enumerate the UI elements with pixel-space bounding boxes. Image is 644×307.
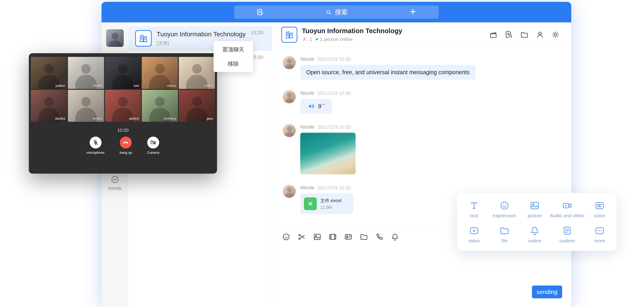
custom-message-icon (562, 226, 572, 236)
search-pill: 搜索 + (234, 5, 439, 19)
file-name: 文件.excel (320, 198, 342, 204)
message-meta: Nicole 2021/12/3 10:33 (300, 185, 353, 191)
hangup-control: hang up (120, 137, 132, 154)
microphone-label: microphone (87, 151, 104, 154)
folder-icon[interactable] (360, 233, 368, 241)
contact-card-icon[interactable] (344, 233, 353, 241)
camera-off-icon (150, 139, 156, 146)
notice-bell-icon (530, 226, 540, 236)
meeting-icon[interactable] (489, 30, 498, 39)
video-film-icon[interactable] (328, 233, 337, 241)
file-size: 12.8M (320, 205, 342, 210)
panel-item-video[interactable]: video (459, 222, 490, 247)
message-body: Nicole 2021/12/3 10:33 ✕ 文件.excel 12.8M (300, 185, 353, 214)
participant-name: Anthony (164, 116, 176, 120)
panel-item-text[interactable]: text (459, 197, 490, 222)
participant-name: gary (206, 116, 213, 120)
participant-video: gary (179, 90, 215, 122)
chat-header-titles: Tuoyun Information Technology 1 1 person… (302, 27, 402, 42)
add-button[interactable]: + (387, 5, 439, 19)
message-input[interactable] (272, 246, 571, 282)
menu-item-pin-chat[interactable]: 置顶聊天 (214, 42, 253, 56)
panel-item-notice[interactable]: notice (520, 222, 550, 247)
sender-avatar[interactable] (283, 124, 296, 137)
sender-name: Nicole (300, 56, 314, 62)
sender-avatar[interactable] (283, 185, 296, 198)
group-avatar (281, 27, 297, 43)
microphone-toggle-button[interactable] (90, 137, 102, 148)
conversation-context-menu: 置顶聊天 移除 (214, 41, 253, 72)
message: Nicole 2021/12/3 10:33 Open source, free… (283, 56, 562, 80)
file-info: 文件.excel 12.8M (320, 198, 342, 210)
message-body: Nicole 2021/12/3 10:33 (300, 124, 356, 174)
video-call-overlay: patton Nicole zoe venus stellar danika e… (29, 53, 217, 174)
expression-icon (499, 200, 510, 211)
menu-item-remove[interactable]: 移除 (214, 57, 253, 71)
voice-message-bubble[interactable]: 9`` (300, 99, 332, 113)
group-avatar (135, 30, 152, 47)
excel-file-icon: ✕ (304, 197, 317, 210)
panel-item-expression[interactable]: expression (490, 197, 520, 222)
message-body: Nicole 2021/12/3 10:33 9`` (300, 90, 350, 113)
notes-icon (256, 8, 264, 16)
file-message[interactable]: ✕ 文件.excel 12.8M (300, 194, 353, 214)
sidebar-item-trends[interactable]: trends (102, 175, 128, 191)
panel-item-custom[interactable]: custom (550, 222, 584, 247)
camera-toggle-button[interactable] (147, 137, 159, 148)
notes-button[interactable] (234, 5, 286, 19)
members-icon[interactable] (536, 30, 544, 39)
panel-item-audio-video[interactable]: Audio and video (550, 197, 584, 222)
participant-name: danika (55, 116, 65, 120)
message-type-panel: text expression picture Audio and video … (457, 193, 616, 251)
panel-item-picture[interactable]: picture (520, 197, 550, 222)
sender-avatar[interactable] (283, 90, 296, 103)
hangup-button[interactable] (120, 137, 132, 148)
participant-name: Nicole (92, 84, 102, 87)
camera-label: Camera (147, 151, 159, 154)
call-phone-icon[interactable] (375, 233, 384, 241)
settings-gear-icon[interactable] (551, 30, 560, 39)
panel-item-more[interactable]: more (584, 222, 615, 247)
participant-video: danika (31, 90, 67, 122)
message-meta: Nicole 2021/12/3 10:33 (300, 90, 350, 96)
participant-video: Nicole (68, 57, 104, 89)
mic-muted-icon (92, 139, 99, 146)
voice-wave-icon (307, 102, 315, 110)
sender-name: Nicole (300, 185, 314, 191)
participant-name: venus (167, 84, 176, 87)
voice-duration: 9`` (318, 103, 325, 110)
notification-bell-icon[interactable] (390, 233, 399, 241)
participant-name: patton (56, 84, 65, 87)
message-meta: Nicole 2021/12/3 10:33 (300, 124, 356, 130)
top-bar: 搜索 + (102, 2, 571, 22)
message-time: 2021/12/3 10:33 (318, 57, 350, 62)
participant-grid: patton Nicole zoe venus stellar danika e… (31, 57, 215, 122)
call-elapsed-time: 10:00 (31, 128, 215, 133)
online-status: 1 person online (320, 36, 353, 42)
chat-panel: Tuoyun Information Technology 1 1 person… (272, 22, 571, 307)
picture-icon (530, 200, 540, 211)
online-dot (316, 38, 318, 40)
screenshot-scissors-icon[interactable] (297, 233, 306, 241)
image-icon[interactable] (313, 233, 322, 241)
panel-item-voice[interactable]: voice (584, 197, 615, 222)
participant-name: ernest (92, 116, 102, 120)
send-button[interactable]: sending (532, 286, 562, 298)
group-files-icon[interactable] (520, 30, 529, 39)
participant-video: ernest (68, 90, 104, 122)
sender-avatar[interactable] (283, 56, 296, 69)
message-meta: Nicole 2021/12/3 10:33 (300, 56, 476, 62)
search-bar[interactable]: 搜索 (286, 5, 387, 19)
panel-item-file[interactable]: file (490, 222, 520, 247)
text-message-bubble: Open source, free, and universal instant… (300, 65, 476, 80)
emoji-icon[interactable] (282, 233, 290, 241)
voice-icon (594, 200, 605, 211)
participant-video: aldrich (105, 90, 141, 122)
participant-video: zoe (105, 57, 141, 89)
profile-avatar[interactable] (106, 29, 124, 47)
trends-icon (110, 175, 120, 184)
message-time: 2021/12/3 10:33 (318, 91, 350, 96)
chat-history-search-icon[interactable] (504, 30, 513, 39)
sender-name: Nicole (300, 90, 314, 96)
image-message[interactable] (300, 133, 356, 174)
